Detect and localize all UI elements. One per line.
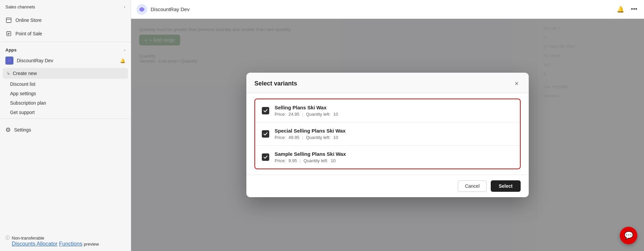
variant-price-label-3: Price: — [275, 158, 286, 163]
variant-checkbox-3[interactable] — [262, 153, 269, 161]
settings-label: Settings — [14, 127, 31, 133]
svg-rect-2 — [7, 33, 10, 34]
sidebar-item-app-settings[interactable]: App settings — [0, 89, 131, 98]
discount-list-label: Discount list — [10, 81, 35, 87]
app-settings-label: App settings — [10, 91, 36, 96]
pos-label: Point of Sale — [15, 31, 42, 36]
variant-price-3: 9.95 — [288, 158, 297, 163]
chat-button[interactable]: 💬 — [620, 227, 637, 244]
chat-icon: 💬 — [624, 231, 633, 240]
online-store-icon — [5, 17, 12, 24]
variant-meta-1: Price: 24.95 | Quantity left: 10 — [275, 112, 513, 117]
modal-footer: Cancel Select — [246, 175, 529, 197]
sidebar-item-pos[interactable]: Point of Sale — [0, 27, 131, 40]
settings-gear-icon: ⚙ — [5, 126, 11, 134]
variant-price-label-1: Price: — [275, 112, 286, 117]
variant-item-3: Sample Selling Plans Ski Wax Price: 9.95… — [255, 146, 520, 169]
modal-header: Select variants × — [246, 73, 529, 93]
footer-line2: preview — [84, 242, 99, 247]
info-icon: ⓘ — [5, 235, 10, 241]
get-support-label: Get support — [10, 110, 35, 115]
select-button[interactable]: Select — [491, 180, 521, 192]
discounts-allocator-link[interactable]: Discounts Allocator — [12, 241, 57, 247]
sidebar-item-online-store[interactable]: Online Store — [0, 13, 131, 27]
modal-close-button[interactable]: × — [513, 79, 521, 87]
create-new-arrow-icon: ↳ — [7, 71, 10, 76]
variant-qty-2: 10 — [333, 135, 338, 140]
sales-channels-title: Sales channels — [5, 4, 35, 9]
variant-item-1: Selling Plans Ski Wax Price: 24.95 | Qua… — [255, 99, 520, 122]
apps-title: Apps — [5, 47, 17, 52]
modal-overlay: Select variants × — [131, 19, 644, 251]
variant-info-2: Special Selling Plans Ski Wax Price: 49.… — [275, 128, 513, 140]
variant-sep-3: | — [300, 158, 301, 163]
sidebar-item-discount-list[interactable]: Discount list — [0, 79, 131, 89]
sidebar-item-settings[interactable]: ⚙ Settings — [0, 123, 131, 137]
variant-name-2: Special Selling Plans Ski Wax — [275, 128, 513, 134]
non-transferable-text: Non-transferable — [12, 236, 44, 241]
variant-name-3: Sample Selling Plans Ski Wax — [275, 151, 513, 157]
variant-meta-3: Price: 9.95 | Quantity left: 10 — [275, 158, 513, 163]
sales-channels-chevron: › — [124, 4, 125, 9]
page-background: unt set 1 ct g Plans Ski Wax ity range e… — [131, 19, 644, 251]
variant-price-1: 24.95 — [288, 112, 299, 117]
select-variants-modal: Select variants × — [246, 73, 529, 197]
variant-qty-label-2: Quantity left: — [306, 135, 330, 140]
variant-sep-2: | — [302, 135, 303, 140]
discountray-label: DiscountRay Dev — [17, 58, 117, 63]
top-bar-brand: DiscountRay Dev — [136, 4, 190, 15]
variant-sep-1: | — [302, 112, 303, 117]
variant-qty-label-1: Quantity left: — [306, 112, 330, 117]
online-store-label: Online Store — [15, 17, 42, 23]
sidebar: Sales channels › Online Store Point of S… — [0, 0, 131, 251]
cancel-button[interactable]: Cancel — [458, 180, 487, 192]
variant-checkbox-1[interactable] — [262, 107, 269, 114]
variants-list: Selling Plans Ski Wax Price: 24.95 | Qua… — [254, 99, 521, 169]
variant-item-2: Special Selling Plans Ski Wax Price: 49.… — [255, 122, 520, 146]
apps-header[interactable]: Apps › — [0, 43, 131, 54]
top-bar: DiscountRay Dev 🔔 ••• — [131, 0, 644, 19]
variant-price-2: 49.95 — [288, 135, 299, 140]
brand-logo — [136, 4, 147, 15]
pos-icon — [5, 30, 12, 37]
top-bar-actions: 🔔 ••• — [615, 4, 639, 14]
variant-qty-label-3: Quantity left: — [304, 158, 328, 163]
notification-button[interactable]: 🔔 — [615, 4, 626, 14]
create-new-label: Create new — [13, 71, 37, 76]
variant-checkbox-2[interactable] — [262, 130, 269, 138]
variant-info-1: Selling Plans Ski Wax Price: 24.95 | Qua… — [275, 105, 513, 117]
modal-body: Selling Plans Ski Wax Price: 24.95 | Qua… — [246, 93, 529, 175]
more-options-button[interactable]: ••• — [630, 4, 639, 14]
sidebar-divider-2 — [0, 118, 131, 119]
variant-info-3: Sample Selling Plans Ski Wax Price: 9.95… — [275, 151, 513, 163]
create-new-item[interactable]: ↳ Create new — [3, 68, 128, 79]
brand-name: DiscountRay Dev — [151, 6, 190, 12]
svg-rect-3 — [7, 34, 9, 35]
functions-link[interactable]: Functions — [59, 241, 82, 247]
variant-qty-3: 10 — [331, 158, 335, 163]
main-content: DiscountRay Dev 🔔 ••• unt set 1 ct g Pla… — [131, 0, 644, 251]
variant-name-1: Selling Plans Ski Wax — [275, 105, 513, 110]
sidebar-item-subscription-plan[interactable]: Subscription plan — [0, 98, 131, 108]
sidebar-footer: ⓘ Non-transferable Discounts Allocator F… — [0, 231, 131, 251]
variant-meta-2: Price: 49.95 | Quantity left: 10 — [275, 135, 513, 140]
svg-rect-0 — [6, 18, 11, 23]
modal-title: Select variants — [254, 80, 297, 87]
sidebar-divider-1 — [0, 42, 131, 42]
variant-qty-1: 10 — [333, 112, 338, 117]
variant-price-label-2: Price: — [275, 135, 286, 140]
sales-channels-header[interactable]: Sales channels › — [0, 0, 131, 13]
discountray-icon — [5, 57, 13, 65]
discountray-bell-icon: 🔔 — [120, 58, 125, 63]
sidebar-item-get-support[interactable]: Get support — [0, 108, 131, 117]
apps-chevron: › — [124, 47, 125, 52]
subscription-plan-label: Subscription plan — [10, 100, 46, 106]
discountray-app-item[interactable]: DiscountRay Dev 🔔 — [0, 54, 131, 67]
